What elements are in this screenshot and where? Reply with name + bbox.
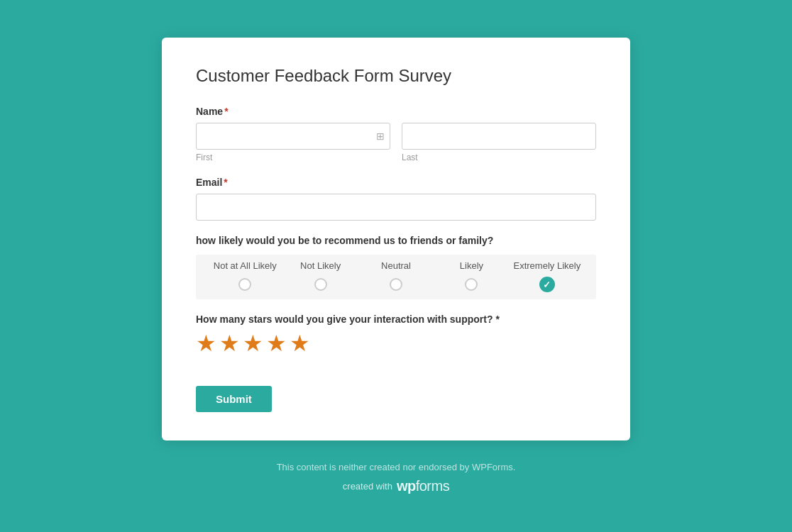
star-3[interactable]: ★ — [243, 332, 263, 355]
email-field-group: Email* — [196, 177, 596, 221]
footer-disclaimer: This content is neither created nor endo… — [277, 462, 516, 472]
input-icon: ⊞ — [376, 131, 385, 142]
star-4[interactable]: ★ — [266, 332, 287, 355]
radio-item-3[interactable] — [434, 277, 509, 292]
likelihood-field-group: how likely would you be to recommend us … — [196, 235, 596, 299]
required-star-name: * — [224, 106, 228, 117]
first-name-wrapper: ⊞ — [196, 123, 390, 150]
radio-label-2: Neutral — [358, 260, 434, 271]
form-card: Customer Feedback Form Survey Name* ⊞ Fi… — [162, 38, 630, 440]
wpforms-logo: wpforms — [397, 478, 449, 494]
first-name-sub-label: First — [196, 153, 390, 162]
last-name-sub-label: Last — [402, 153, 596, 162]
radio-label-3: Likely — [434, 260, 509, 271]
name-row: ⊞ First Last — [196, 123, 596, 162]
wpforms-logo-bold: forms — [416, 478, 450, 494]
radio-label-0: Not at All Likely — [207, 260, 282, 271]
radio-inputs-row — [196, 271, 596, 299]
stars-question: How many stars would you give your inter… — [196, 314, 596, 325]
radio-item-0[interactable] — [207, 277, 282, 292]
email-label: Email* — [196, 177, 596, 188]
star-5[interactable]: ★ — [290, 332, 310, 355]
radio-item-1[interactable] — [282, 277, 358, 292]
radio-unchecked-3[interactable] — [465, 278, 478, 291]
radio-labels-row: Not at All Likely Not Likely Neutral Lik… — [196, 255, 596, 271]
submit-button[interactable]: Submit — [196, 386, 272, 412]
star-1[interactable]: ★ — [196, 332, 216, 355]
created-with-text: created with — [343, 481, 392, 492]
required-star-email: * — [224, 177, 227, 188]
radio-item-2[interactable] — [358, 277, 434, 292]
radio-scale-container: Not at All Likely Not Likely Neutral Lik… — [196, 255, 596, 299]
radio-label-1: Not Likely — [282, 260, 358, 271]
name-label: Name* — [196, 106, 596, 117]
stars-row[interactable]: ★ ★ ★ ★ ★ — [196, 332, 596, 355]
name-field-group: Name* ⊞ First Last — [196, 106, 596, 162]
required-star-stars: * — [493, 314, 500, 325]
radio-item-4[interactable] — [510, 277, 585, 292]
email-input[interactable] — [196, 194, 596, 221]
first-name-col: ⊞ First — [196, 123, 390, 162]
page-wrapper: Customer Feedback Form Survey Name* ⊞ Fi… — [0, 0, 792, 532]
star-2[interactable]: ★ — [219, 332, 240, 355]
last-name-input[interactable] — [402, 123, 596, 150]
footer-area: This content is neither created nor endo… — [277, 462, 516, 494]
last-name-col: Last — [402, 123, 596, 162]
stars-field-group: How many stars would you give your inter… — [196, 314, 596, 355]
likelihood-question: how likely would you be to recommend us … — [196, 235, 596, 246]
radio-unchecked-2[interactable] — [390, 278, 402, 291]
radio-unchecked-0[interactable] — [238, 278, 251, 291]
radio-label-4: Extremely Likely — [510, 260, 585, 271]
radio-unchecked-1[interactable] — [314, 278, 327, 291]
radio-checked-4[interactable] — [539, 277, 555, 292]
form-title: Customer Feedback Form Survey — [196, 66, 596, 86]
footer-branding: created with wpforms — [277, 478, 516, 494]
first-name-input[interactable] — [196, 123, 390, 150]
